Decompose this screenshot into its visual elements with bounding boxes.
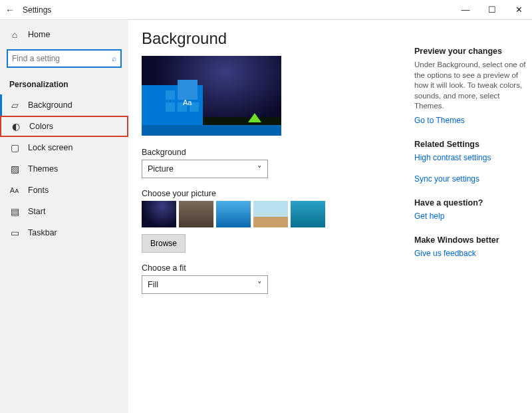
feedback-heading: Make Windows better [414, 235, 527, 245]
home-icon: ⌂ [9, 29, 20, 40]
minimize-button[interactable]: — [452, 0, 479, 20]
choose-picture-label: Choose your picture [142, 189, 408, 198]
preview-description: Under Background, select one of the opti… [414, 60, 527, 112]
browse-button[interactable]: Browse [142, 234, 186, 253]
start-icon: ▤ [9, 206, 20, 217]
search-input[interactable] [12, 54, 112, 63]
go-to-themes-link[interactable]: Go to Themes [414, 116, 527, 125]
picture-thumb-1[interactable] [142, 201, 176, 227]
high-contrast-link[interactable]: High contrast settings [414, 153, 527, 162]
sidebar-item-label: Colors [29, 122, 53, 131]
close-button[interactable]: ✕ [505, 0, 532, 20]
sidebar: ⌂ Home ⌕ Personalization ▱ Background ◐ … [0, 20, 128, 413]
back-button[interactable]: ← [0, 5, 20, 15]
picture-thumb-4[interactable] [253, 201, 288, 227]
sidebar-item-fonts[interactable]: Aᴀ Fonts [0, 180, 128, 201]
preview-heading: Preview your changes [414, 47, 527, 56]
picture-thumb-5[interactable] [291, 201, 325, 227]
search-box[interactable]: ⌕ [7, 49, 122, 68]
sidebar-item-label: Lock screen [28, 143, 72, 152]
sidebar-item-colors[interactable]: ◐ Colors [0, 116, 128, 137]
desktop-preview: Aa [142, 56, 281, 136]
sidebar-item-label: Start [28, 207, 45, 216]
section-header: Personalization [0, 74, 128, 94]
question-heading: Have a question? [414, 198, 527, 207]
sidebar-item-label: Themes [28, 164, 58, 174]
picture-thumb-2[interactable] [179, 201, 213, 227]
maximize-button[interactable]: ☐ [479, 0, 505, 20]
window-title: Settings [20, 5, 452, 15]
main-panel: Background Aa Background Picture ˅ [128, 20, 532, 413]
fit-label: Choose a fit [142, 263, 408, 273]
sidebar-item-label: Fonts [28, 186, 49, 195]
sidebar-item-label: Background [28, 100, 72, 110]
lock-icon: ▢ [9, 142, 20, 153]
sidebar-item-taskbar[interactable]: ▭ Taskbar [0, 222, 128, 243]
picture-thumb-3[interactable] [216, 201, 251, 227]
chevron-down-icon: ˅ [257, 164, 262, 174]
sidebar-item-background[interactable]: ▱ Background [0, 94, 128, 116]
themes-icon: ▨ [9, 164, 20, 174]
page-title: Background [142, 29, 408, 48]
background-dropdown-value: Picture [148, 164, 174, 174]
right-column: Preview your changes Under Background, s… [414, 29, 527, 404]
titlebar: ← Settings — ☐ ✕ [0, 0, 532, 20]
search-icon: ⌕ [112, 54, 116, 63]
background-label: Background [142, 148, 408, 157]
sync-settings-link[interactable]: Sync your settings [414, 174, 527, 184]
picture-icon: ▱ [9, 100, 20, 110]
sidebar-item-start[interactable]: ▤ Start [0, 201, 128, 222]
fit-dropdown-value: Fill [148, 280, 158, 289]
related-heading: Related Settings [414, 140, 527, 149]
sidebar-home[interactable]: ⌂ Home [0, 24, 128, 45]
background-dropdown[interactable]: Picture ˅ [142, 160, 268, 178]
feedback-link[interactable]: Give us feedback [414, 249, 527, 258]
chevron-down-icon: ˅ [257, 280, 262, 290]
sidebar-home-label: Home [28, 30, 50, 39]
preview-sample-text: Aa [183, 98, 192, 106]
get-help-link[interactable]: Get help [414, 211, 527, 221]
taskbar-icon: ▭ [9, 227, 20, 238]
fit-dropdown[interactable]: Fill ˅ [142, 275, 268, 294]
sidebar-item-lockscreen[interactable]: ▢ Lock screen [0, 137, 128, 158]
fonts-icon: Aᴀ [9, 186, 20, 195]
sidebar-item-themes[interactable]: ▨ Themes [0, 158, 128, 180]
palette-icon: ◐ [11, 121, 21, 132]
sidebar-item-label: Taskbar [28, 228, 57, 237]
